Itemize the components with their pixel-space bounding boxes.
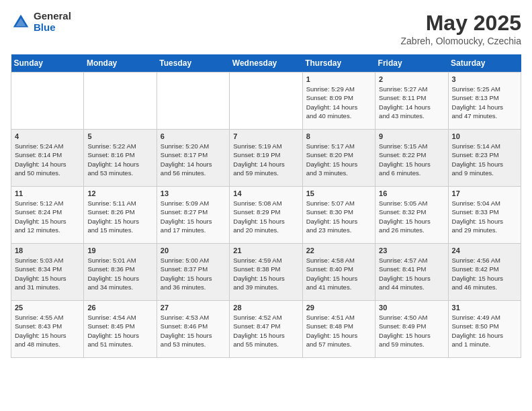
calendar-cell: [157, 73, 229, 130]
calendar-cell: 29Sunrise: 4:51 AM Sunset: 8:48 PM Dayli…: [302, 301, 375, 358]
calendar-cell: 23Sunrise: 4:57 AM Sunset: 8:41 PM Dayli…: [375, 244, 448, 301]
day-number: 14: [233, 189, 298, 197]
calendar-cell: 8Sunrise: 5:17 AM Sunset: 8:20 PM Daylig…: [302, 130, 375, 187]
calendar-cell: 24Sunrise: 4:56 AM Sunset: 8:42 PM Dayli…: [448, 244, 521, 301]
calendar-header-row: SundayMondayTuesdayWednesdayThursdayFrid…: [11, 54, 521, 73]
day-number: 28: [233, 304, 298, 312]
day-info: Sunrise: 4:57 AM Sunset: 8:41 PM Dayligh…: [379, 256, 444, 291]
day-number: 25: [15, 304, 80, 312]
day-number: 7: [233, 132, 298, 140]
calendar-table: SundayMondayTuesdayWednesdayThursdayFrid…: [11, 54, 521, 358]
page-header: General Blue May 2025 Zabreh, Olomoucky,…: [11, 11, 521, 46]
calendar-cell: 21Sunrise: 4:59 AM Sunset: 8:38 PM Dayli…: [230, 244, 302, 301]
calendar-cell: 6Sunrise: 5:20 AM Sunset: 8:17 PM Daylig…: [157, 130, 229, 187]
header-day-tuesday: Tuesday: [157, 54, 229, 73]
main-title: May 2025: [401, 11, 521, 36]
day-info: Sunrise: 5:09 AM Sunset: 8:27 PM Dayligh…: [161, 199, 226, 234]
calendar-week-row: 25Sunrise: 4:55 AM Sunset: 8:43 PM Dayli…: [11, 301, 521, 358]
day-info: Sunrise: 4:52 AM Sunset: 8:47 PM Dayligh…: [233, 313, 298, 349]
day-number: 6: [161, 132, 226, 140]
day-info: Sunrise: 5:07 AM Sunset: 8:30 PM Dayligh…: [306, 199, 371, 234]
day-info: Sunrise: 5:12 AM Sunset: 8:24 PM Dayligh…: [15, 199, 80, 234]
calendar-week-row: 11Sunrise: 5:12 AM Sunset: 8:24 PM Dayli…: [11, 187, 521, 244]
header-day-wednesday: Wednesday: [230, 54, 302, 73]
day-number: 30: [379, 304, 444, 312]
day-info: Sunrise: 4:51 AM Sunset: 8:48 PM Dayligh…: [306, 313, 371, 349]
day-number: 5: [87, 132, 152, 140]
calendar-cell: 17Sunrise: 5:04 AM Sunset: 8:33 PM Dayli…: [448, 187, 521, 244]
header-day-saturday: Saturday: [448, 54, 521, 73]
calendar-cell: 18Sunrise: 5:03 AM Sunset: 8:34 PM Dayli…: [11, 244, 84, 301]
day-number: 29: [306, 304, 371, 312]
calendar-cell: 14Sunrise: 5:08 AM Sunset: 8:29 PM Dayli…: [230, 187, 302, 244]
day-info: Sunrise: 5:25 AM Sunset: 8:13 PM Dayligh…: [452, 85, 517, 120]
day-info: Sunrise: 5:04 AM Sunset: 8:33 PM Dayligh…: [452, 199, 517, 234]
day-number: 19: [87, 246, 152, 255]
day-number: 15: [306, 189, 371, 197]
calendar-cell: 1Sunrise: 5:29 AM Sunset: 8:09 PM Daylig…: [302, 73, 375, 130]
day-number: 9: [379, 132, 444, 140]
day-info: Sunrise: 4:56 AM Sunset: 8:42 PM Dayligh…: [452, 256, 517, 291]
day-info: Sunrise: 5:05 AM Sunset: 8:32 PM Dayligh…: [379, 199, 444, 234]
calendar-cell: 22Sunrise: 4:58 AM Sunset: 8:40 PM Dayli…: [302, 244, 375, 301]
day-info: Sunrise: 5:24 AM Sunset: 8:14 PM Dayligh…: [15, 142, 80, 177]
day-info: Sunrise: 4:50 AM Sunset: 8:49 PM Dayligh…: [379, 313, 444, 349]
day-number: 2: [379, 75, 444, 83]
calendar-cell: 9Sunrise: 5:15 AM Sunset: 8:22 PM Daylig…: [375, 130, 448, 187]
day-info: Sunrise: 4:58 AM Sunset: 8:40 PM Dayligh…: [306, 256, 371, 291]
day-number: 27: [161, 304, 226, 312]
calendar-cell: 13Sunrise: 5:09 AM Sunset: 8:27 PM Dayli…: [157, 187, 229, 244]
logo-icon: [11, 12, 31, 32]
day-number: 24: [452, 246, 517, 255]
logo: General Blue: [11, 11, 71, 33]
day-info: Sunrise: 5:22 AM Sunset: 8:16 PM Dayligh…: [87, 142, 152, 177]
day-info: Sunrise: 5:15 AM Sunset: 8:22 PM Dayligh…: [379, 142, 444, 177]
day-number: 26: [87, 304, 152, 312]
day-info: Sunrise: 5:00 AM Sunset: 8:37 PM Dayligh…: [161, 256, 226, 291]
calendar-cell: 31Sunrise: 4:49 AM Sunset: 8:50 PM Dayli…: [448, 301, 521, 358]
day-number: 23: [379, 246, 444, 255]
calendar-cell: 15Sunrise: 5:07 AM Sunset: 8:30 PM Dayli…: [302, 187, 375, 244]
calendar-cell: [84, 73, 157, 130]
header-day-monday: Monday: [84, 54, 157, 73]
calendar-week-row: 4Sunrise: 5:24 AM Sunset: 8:14 PM Daylig…: [11, 130, 521, 187]
day-info: Sunrise: 5:11 AM Sunset: 8:26 PM Dayligh…: [87, 199, 152, 234]
calendar-cell: 7Sunrise: 5:19 AM Sunset: 8:19 PM Daylig…: [230, 130, 302, 187]
day-number: 20: [161, 246, 226, 255]
calendar-cell: 5Sunrise: 5:22 AM Sunset: 8:16 PM Daylig…: [84, 130, 157, 187]
title-block: May 2025 Zabreh, Olomoucky, Czechia: [401, 11, 521, 46]
day-number: 4: [15, 132, 80, 140]
logo-blue-label: Blue: [34, 22, 71, 34]
header-day-thursday: Thursday: [302, 54, 375, 73]
logo-text: General Blue: [34, 11, 71, 33]
day-number: 16: [379, 189, 444, 197]
calendar-cell: 20Sunrise: 5:00 AM Sunset: 8:37 PM Dayli…: [157, 244, 229, 301]
calendar-cell: 3Sunrise: 5:25 AM Sunset: 8:13 PM Daylig…: [448, 73, 521, 130]
calendar-cell: 26Sunrise: 4:54 AM Sunset: 8:45 PM Dayli…: [84, 301, 157, 358]
calendar-week-row: 18Sunrise: 5:03 AM Sunset: 8:34 PM Dayli…: [11, 244, 521, 301]
day-info: Sunrise: 4:55 AM Sunset: 8:43 PM Dayligh…: [15, 313, 80, 349]
calendar-cell: 4Sunrise: 5:24 AM Sunset: 8:14 PM Daylig…: [11, 130, 84, 187]
day-info: Sunrise: 5:03 AM Sunset: 8:34 PM Dayligh…: [15, 256, 80, 291]
day-number: 12: [87, 189, 152, 197]
day-number: 1: [306, 75, 371, 83]
calendar-cell: 10Sunrise: 5:14 AM Sunset: 8:23 PM Dayli…: [448, 130, 521, 187]
day-info: Sunrise: 5:01 AM Sunset: 8:36 PM Dayligh…: [87, 256, 152, 291]
calendar-cell: [230, 73, 302, 130]
header-day-sunday: Sunday: [11, 54, 84, 73]
day-info: Sunrise: 5:17 AM Sunset: 8:20 PM Dayligh…: [306, 142, 371, 177]
day-info: Sunrise: 4:53 AM Sunset: 8:46 PM Dayligh…: [161, 313, 226, 349]
calendar-cell: [11, 73, 84, 130]
calendar-cell: 25Sunrise: 4:55 AM Sunset: 8:43 PM Dayli…: [11, 301, 84, 358]
day-number: 3: [452, 75, 517, 83]
logo-general-label: General: [34, 11, 71, 22]
day-number: 8: [306, 132, 371, 140]
day-number: 11: [15, 189, 80, 197]
calendar-cell: 16Sunrise: 5:05 AM Sunset: 8:32 PM Dayli…: [375, 187, 448, 244]
day-info: Sunrise: 5:14 AM Sunset: 8:23 PM Dayligh…: [452, 142, 517, 177]
calendar-week-row: 1Sunrise: 5:29 AM Sunset: 8:09 PM Daylig…: [11, 73, 521, 130]
calendar-cell: 28Sunrise: 4:52 AM Sunset: 8:47 PM Dayli…: [230, 301, 302, 358]
calendar-cell: 30Sunrise: 4:50 AM Sunset: 8:49 PM Dayli…: [375, 301, 448, 358]
calendar-cell: 27Sunrise: 4:53 AM Sunset: 8:46 PM Dayli…: [157, 301, 229, 358]
calendar-cell: 2Sunrise: 5:27 AM Sunset: 8:11 PM Daylig…: [375, 73, 448, 130]
